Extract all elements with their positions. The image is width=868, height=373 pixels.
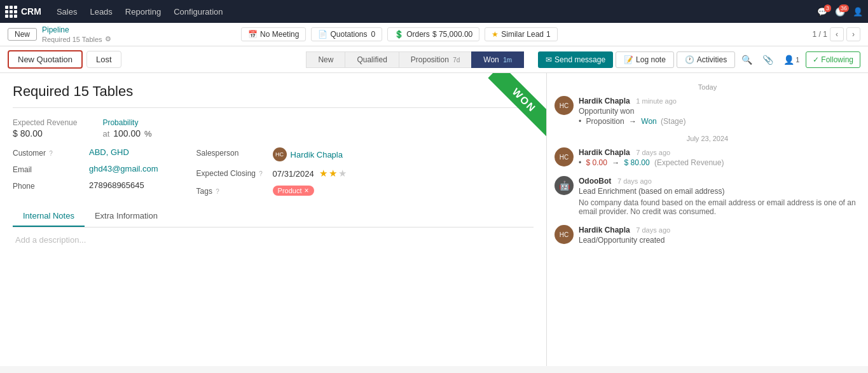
tab-extra-information[interactable]: Extra Information	[85, 206, 168, 227]
stage-new[interactable]: New	[306, 51, 345, 68]
revenue-value: $ 80.00	[13, 128, 43, 139]
no-meeting-btn[interactable]: 📅 No Meeting	[241, 27, 306, 41]
chatter-body: Today HC Hardik Chapla 1 minute ago Oppo…	[547, 73, 868, 259]
orders-amount: $ 75,000.00	[432, 30, 472, 39]
navbar-leads[interactable]: Leads	[85, 4, 117, 19]
quotations-count: 0	[371, 30, 376, 39]
chatter-text-1: Hardik Chapla 7 days ago • $ 0.00 → $ 80…	[579, 147, 860, 167]
new-quotation-btn[interactable]: New Quotation	[8, 50, 83, 69]
left-col: Customer ? ABD, GHD Email ghd43@gmail.co…	[13, 147, 158, 196]
star-2[interactable]: ★	[329, 168, 337, 179]
right-actions: ✉ Send message 📝 Log note 🕐 Activities 🔍…	[538, 51, 860, 68]
similar-lead-btn[interactable]: ★ Similar Lead 1	[485, 27, 557, 41]
chatter-time-0: 1 minute ago	[636, 97, 677, 105]
salesperson-avatar: HC	[273, 147, 287, 161]
pipeline-link[interactable]: Pipeline	[42, 25, 111, 34]
chatter-time-2: 7 days ago	[617, 177, 652, 185]
star-1[interactable]: ★	[319, 168, 327, 179]
chatter-entry-1: HC Hardik Chapla 7 days ago • $ 0.00 → $…	[555, 147, 860, 167]
stage-won[interactable]: Won 1m	[471, 51, 524, 68]
lost-btn[interactable]: Lost	[86, 51, 121, 68]
navbar-sales[interactable]: Sales	[52, 4, 83, 19]
attachment-icon-btn[interactable]: 📎	[759, 51, 777, 68]
expected-closing-field: Expected Closing ? 07/31/2024 ★ ★ ★	[196, 168, 347, 179]
chatter-author-1: Hardik Chapla	[579, 148, 630, 157]
activities-btn[interactable]: 🕐 Activities	[677, 51, 735, 68]
tags-help-icon: ?	[216, 188, 219, 195]
grid-icon[interactable]	[5, 6, 17, 18]
quotation-icon: 📄	[318, 30, 327, 39]
description-placeholder[interactable]: Add a description...	[15, 235, 86, 245]
breadcrumb-bar: New Pipeline Required 15 Tables ⚙ 📅 No M…	[0, 23, 868, 46]
chatter-avatar-0: HC	[555, 96, 574, 115]
chatter-msg-3: Lead/Opportunity created	[579, 236, 860, 245]
following-btn[interactable]: ✓ Following	[806, 51, 860, 68]
tab-internal-notes[interactable]: Internal Notes	[13, 206, 85, 227]
note-icon: 📝	[624, 55, 633, 64]
priority-stars[interactable]: ★ ★ ★	[319, 168, 347, 179]
settings-icon[interactable]: ⚙	[105, 35, 111, 43]
action-bar: New Quotation Lost New Qualified Proposi…	[0, 46, 868, 73]
clock-activities-icon: 🕐	[685, 55, 694, 64]
followers-icon-btn[interactable]: 👤 1	[780, 51, 803, 68]
user-avatar-btn[interactable]: 👤	[853, 7, 863, 17]
product-tag[interactable]: Product ×	[273, 186, 314, 196]
chatter-text-0: Hardik Chapla 1 minute ago Opportunity w…	[579, 96, 860, 126]
log-note-btn[interactable]: 📝 Log note	[616, 51, 674, 68]
record-title: Required 15 Tables	[13, 83, 534, 108]
send-message-btn[interactable]: ✉ Send message	[538, 51, 613, 68]
today-label: Today	[555, 83, 860, 91]
email-value[interactable]: ghd43@gmail.com	[89, 164, 158, 173]
stage-qualified[interactable]: Qualified	[345, 51, 399, 68]
customer-value[interactable]: ABD, GHD	[89, 147, 129, 157]
navbar-reporting[interactable]: Reporting	[120, 4, 166, 19]
next-arrow-btn[interactable]: ›	[846, 27, 860, 41]
odoobot-msg: No company data found based on the email…	[579, 198, 860, 216]
prev-arrow-btn[interactable]: ‹	[830, 27, 844, 41]
star-3[interactable]: ★	[338, 168, 347, 179]
search-icon-btn[interactable]: 🔍	[738, 51, 756, 68]
clock-badge: 36	[839, 4, 849, 12]
email-field: Email ghd43@gmail.com	[13, 164, 158, 174]
navbar-brand: CRM	[5, 6, 41, 18]
quotations-btn[interactable]: 📄 Quotations 0	[311, 27, 382, 41]
phone-field: Phone 278968965645	[13, 180, 158, 191]
tabs-bar: Internal Notes Extra Information	[13, 206, 534, 227]
main-content: WON Required 15 Tables Expected Revenue …	[0, 73, 868, 366]
chatter-msg-2: Lead Enrichment (based on email address)…	[579, 187, 860, 216]
navbar-right: 💬3 🕐36 👤	[817, 7, 863, 17]
chatter-time-3: 7 days ago	[636, 226, 670, 234]
clock-icon-btn[interactable]: 🕐36	[835, 7, 845, 17]
chatter-panel: Today HC Hardik Chapla 1 minute ago Oppo…	[547, 73, 868, 366]
stage-pipeline: New Qualified Proposition 7d Won 1m	[306, 51, 524, 68]
navbar-menu: Sales Leads Reporting Configuration	[52, 4, 228, 19]
probability-label: Probability	[102, 118, 151, 127]
salesperson-label: Salesperson	[196, 147, 273, 158]
form-body: Required 15 Tables Expected Revenue $ 80…	[0, 73, 546, 262]
chatter-author-2: OdooBot	[579, 177, 611, 186]
chatter-text-2: OdooBot 7 days ago Lead Enrichment (base…	[579, 176, 860, 216]
salesperson-value[interactable]: Hardik Chapla	[291, 150, 343, 159]
breadcrumb-record-name: Required 15 Tables	[42, 36, 102, 43]
orders-btn[interactable]: 💲 Orders $ 75,000.00	[387, 27, 479, 41]
tag-remove-icon[interactable]: ×	[305, 186, 309, 195]
chat-badge: 3	[824, 4, 831, 12]
chatter-msg-1: • $ 0.00 → $ 80.00 (Expected Revenue)	[579, 158, 860, 167]
similar-lead-count: 1	[546, 30, 551, 39]
july-label: July 23, 2024	[555, 135, 860, 142]
salesperson-field: Salesperson HC Hardik Chapla	[196, 147, 347, 161]
expected-closing-label: Expected Closing ?	[196, 168, 273, 178]
calendar-icon: 📅	[248, 30, 258, 39]
chatter-time-1: 7 days ago	[636, 149, 670, 156]
navbar-title: CRM	[21, 6, 41, 17]
chatter-author-3: Hardik Chapla	[579, 226, 630, 234]
email-label: Email	[13, 164, 89, 174]
phone-label: Phone	[13, 180, 89, 191]
new-button[interactable]: New	[8, 28, 37, 41]
navbar-configuration[interactable]: Configuration	[169, 4, 228, 19]
navbar: CRM Sales Leads Reporting Configuration …	[0, 0, 868, 23]
chat-icon-btn[interactable]: 💬3	[817, 7, 827, 17]
stage-proposition[interactable]: Proposition 7d	[399, 51, 472, 68]
chatter-avatar-1: HC	[555, 147, 574, 166]
chatter-entry-0: HC Hardik Chapla 1 minute ago Opportunit…	[555, 96, 860, 126]
